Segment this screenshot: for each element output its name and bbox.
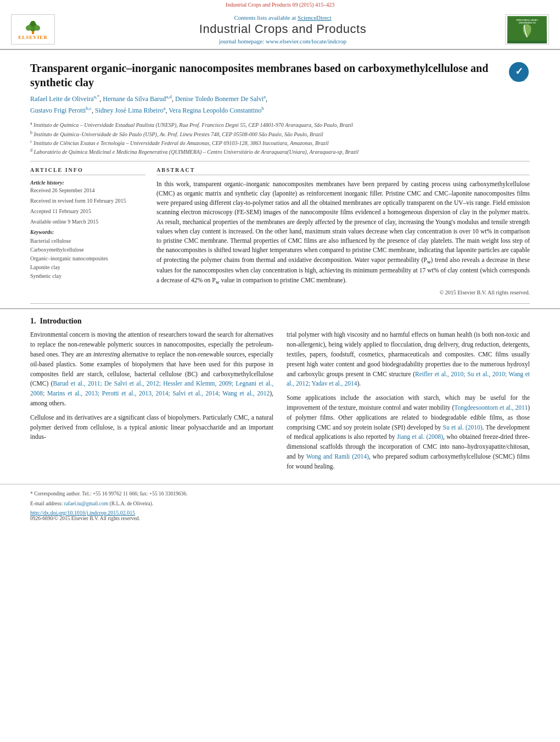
copyright-text: © 2015 Elsevier B.V. All rights reserved… xyxy=(156,289,530,295)
keyword-2: Carboxymethylcellulose xyxy=(30,246,145,254)
journal-logo-icon: INDUSTRIAL CROPS AND PRODUCTS xyxy=(508,16,546,41)
journal-header: ELSEVIER Contents lists available at Sci… xyxy=(0,9,560,50)
doi-link[interactable]: http://dx.doi.org/10.1016/j.indcrop.2015… xyxy=(30,510,530,516)
journal-title: Industrial Crops and Products xyxy=(60,22,505,36)
abstract-label: ABSTRACT xyxy=(156,167,530,175)
intro-number: 1. xyxy=(30,317,36,325)
contents-available-text: Contents lists available at ScienceDirec… xyxy=(60,14,505,21)
affiliation-d: d Laboratório de Química Medicinal e Med… xyxy=(30,147,530,156)
accepted-date: Accepted 11 February 2015 xyxy=(30,208,145,215)
footer-section: * Corresponding author. Tel.: +55 16 997… xyxy=(0,484,560,526)
affiliation-a: a Instituto de Química – Universidade Es… xyxy=(30,120,530,129)
elsevier-text: ELSEVIER xyxy=(18,35,48,40)
keywords-list: Bacterial cellulose Carboxymethylcellulo… xyxy=(30,237,145,281)
contents-label-text: Contents lists available at xyxy=(234,14,296,21)
elsevier-logo: ELSEVIER xyxy=(11,14,55,44)
authors: Rafael Leite de Oliveiraa,*, Hernane da … xyxy=(30,93,530,116)
available-date: Available online 9 March 2015 xyxy=(30,218,145,226)
revised-date: Received in revised form 10 February 201… xyxy=(30,197,145,205)
received-date: Received 26 September 2014 xyxy=(30,187,145,194)
journal-logo-right: INDUSTRIAL CROPS AND PRODUCTS xyxy=(505,14,549,44)
history-label: Article history: xyxy=(30,180,145,186)
svg-text:AND PRODUCTS: AND PRODUCTS xyxy=(518,21,536,24)
keyword-1: Bacterial cellulose xyxy=(30,237,145,246)
intro-para-3: trial polymer with high viscosity and no… xyxy=(287,330,530,389)
footnote-email: E-mail address: rafael.tu@gmail.com (R.L… xyxy=(30,500,530,507)
svg-text:✓: ✓ xyxy=(515,66,523,77)
article-info-abstract: ARTICLE INFO Article history: Received 2… xyxy=(30,167,530,296)
author-oliveira[interactable]: Rafael Leite de Oliveira xyxy=(30,95,94,103)
citation-bar: Industrial Crops and Products 69 (2015) … xyxy=(0,0,560,9)
intro-section: 1. Introduction Environmental concern is… xyxy=(0,308,560,476)
intro-heading: 1. Introduction xyxy=(30,317,530,326)
crossmark-icon[interactable]: ✓ CrossMark xyxy=(508,61,530,83)
divider-2 xyxy=(30,303,530,304)
email-link[interactable]: rafael.tu@gmail.com xyxy=(64,501,109,506)
journal-logo-text: INDUSTRIAL CROPS AND PRODUCTS xyxy=(507,15,547,43)
svg-point-4 xyxy=(35,25,40,31)
intro-col-left: Environmental concern is moving the atte… xyxy=(30,330,273,476)
journal-homepage: journal homepage: www.elsevier.com/locat… xyxy=(60,38,505,44)
keyword-3: Organic–inorganic nanocomposites xyxy=(30,254,145,263)
affiliation-c: c Instituto de Ciências Exatas e Tecnolo… xyxy=(30,138,530,147)
keywords-label: Keywords: xyxy=(30,229,145,235)
intro-body: Environmental concern is moving the atte… xyxy=(30,330,530,476)
author-perotti[interactable]: Gustavo Frigi Perotti xyxy=(30,107,86,114)
author-desalvi[interactable]: Denise Toledo Bonemer De Salvi xyxy=(175,95,264,103)
email-suffix: (R.L.A. de Oliveira). xyxy=(110,501,154,506)
author-constantino[interactable]: Vera Regina Leopoldo Constantino xyxy=(169,107,261,114)
affiliations: a Instituto de Química – Universidade Es… xyxy=(30,120,530,156)
intro-para-4: Some applications include the associatio… xyxy=(287,393,530,472)
elsevier-tree-icon xyxy=(23,19,43,35)
article-info-col: ARTICLE INFO Article history: Received 2… xyxy=(30,167,145,296)
issn-text: 0926-6690/© 2015 Elsevier B.V. All right… xyxy=(30,516,530,521)
citation-text: Industrial Crops and Products 69 (2015) … xyxy=(226,2,334,8)
svg-point-3 xyxy=(26,25,31,31)
author-ribeiro[interactable]: Sidney José Lima Ribeiro xyxy=(95,107,163,114)
abstract-col: ABSTRACT In this work, transparent organ… xyxy=(156,167,530,296)
sciencedirect-link[interactable]: ScienceDirect xyxy=(298,14,332,21)
article-info-label: ARTICLE INFO xyxy=(30,167,145,175)
intro-para-1: Environmental concern is moving the atte… xyxy=(30,330,273,409)
email-label: E-mail address: xyxy=(30,501,63,506)
intro-para-2: Cellulose and its derivatives are a sign… xyxy=(30,413,273,442)
article-section: Transparent organic–inorganic nanocompos… xyxy=(0,50,560,304)
keyword-5: Synthetic clay xyxy=(30,272,145,281)
article-title: Transparent organic–inorganic nanocompos… xyxy=(30,61,508,90)
divider-1 xyxy=(30,161,530,161)
journal-logo-img: INDUSTRIAL CROPS AND PRODUCTS xyxy=(507,16,547,43)
svg-text:CrossMark: CrossMark xyxy=(513,79,525,82)
footnote-star-text: * Corresponding author. Tel.: +55 16 997… xyxy=(30,491,187,496)
journal-header-center: Contents lists available at ScienceDirec… xyxy=(60,14,505,44)
footnote-star: * Corresponding author. Tel.: +55 16 997… xyxy=(30,490,530,498)
intro-title: Introduction xyxy=(40,317,82,325)
abstract-text: In this work, transparent organic–inorga… xyxy=(156,180,530,287)
keyword-4: Laponite clay xyxy=(30,263,145,272)
svg-point-2 xyxy=(30,21,36,26)
intro-col-right: trial polymer with high viscosity and no… xyxy=(287,330,530,476)
affiliation-b: b Instituto de Química–Universidade de S… xyxy=(30,130,530,138)
article-title-row: Transparent organic–inorganic nanocompos… xyxy=(30,61,530,90)
author-barud[interactable]: Hernane da Silva Barud xyxy=(103,95,166,103)
